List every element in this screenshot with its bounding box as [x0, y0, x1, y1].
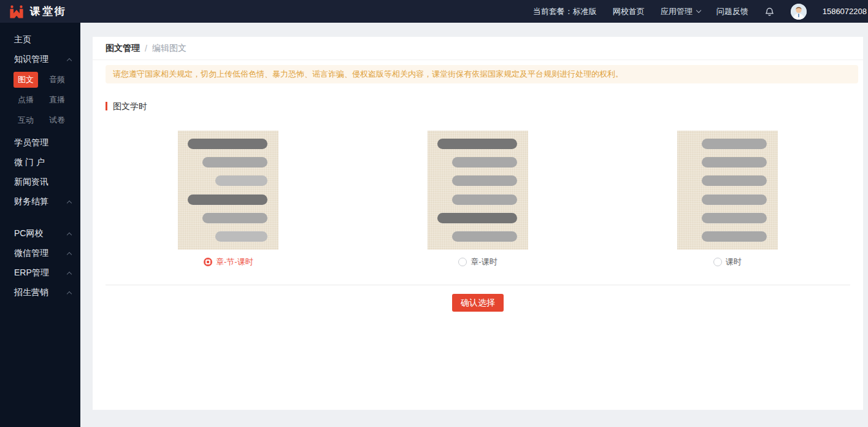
thumb-bar [702, 213, 767, 223]
thumb-bar [202, 157, 267, 167]
compliance-notice: 请您遵守国家相关规定，切勿上传低俗色情、暴力恐怖、谣言诈骗、侵权盗版等相关内容，… [106, 65, 858, 83]
chevron-up-icon [67, 58, 72, 63]
sidebar-submenu-row: 互动试卷 [0, 110, 80, 130]
sidebar-item-news[interactable]: 新闻资讯 [0, 172, 80, 192]
topbar-link-feedback[interactable]: 问题反馈 [716, 6, 748, 17]
breadcrumb-separator: / [145, 44, 147, 53]
chevron-up-icon [67, 232, 72, 237]
topbar-link-label: 网校首页 [613, 6, 645, 17]
topbar-link-school-home[interactable]: 网校首页 [613, 6, 645, 17]
sidebar-item-label: PC网校 [14, 228, 43, 239]
option-label-chapter-section-lesson[interactable]: 章-节-课时 [216, 256, 253, 267]
sidebar-spacer [0, 212, 80, 224]
topbar-link-label: 问题反馈 [716, 6, 748, 17]
option-choice-chapter-lesson[interactable]: 章-课时 [458, 257, 497, 267]
topbar-link-app-manage[interactable]: 应用管理 [661, 6, 701, 17]
sidebar-item-label: 知识管理 [14, 54, 48, 65]
chevron-up-icon [67, 252, 72, 256]
divider [106, 285, 850, 285]
confirm-button[interactable]: 确认选择 [452, 294, 504, 312]
thumb-bar [702, 157, 767, 167]
thumb-bar [452, 175, 517, 186]
sidebar-item-erp[interactable]: ERP管理 [0, 263, 80, 283]
breadcrumb-current: 编辑图文 [152, 43, 186, 54]
sidebar-item-label: 招生营销 [14, 287, 48, 298]
thumb-bar [702, 139, 767, 149]
thumb-bar [437, 213, 517, 223]
sidebar-item-micro-portal[interactable]: 微 门 户 [0, 153, 80, 172]
sidebar-item-label: 学员管理 [14, 137, 48, 148]
thumb-bar [437, 139, 517, 149]
thumb-bar [702, 175, 767, 186]
sidebar-item-wechat[interactable]: 微信管理 [0, 244, 80, 263]
sidebar-item-knowledge[interactable]: 知识管理 [0, 50, 80, 69]
sidebar-item-pc-school[interactable]: PC网校 [0, 224, 80, 244]
hours-options: 章-节-课时章-课时课时 [93, 131, 863, 267]
main-content: 图文管理 / 编辑图文 请您遵守国家相关规定，切勿上传低俗色情、暴力恐怖、谣言诈… [80, 23, 868, 427]
thumb-bar [215, 231, 267, 242]
thumb-bar [702, 194, 767, 205]
sidebar-item-label: 微 门 户 [14, 157, 45, 168]
topbar-link-label: 应用管理 [661, 6, 693, 17]
topbar-nav: 网校首页应用管理问题反馈 [613, 6, 748, 17]
sidebar-subitem-audio[interactable]: 音频 [45, 72, 69, 88]
thumb-bar [702, 231, 767, 242]
section-marker [106, 102, 107, 110]
section-title-text: 图文学时 [113, 102, 147, 110]
hours-option-lesson: 课时 [602, 131, 852, 267]
option-choice-chapter-section-lesson[interactable]: 章-节-课时 [204, 257, 253, 267]
notifications-bell-icon[interactable] [764, 6, 775, 17]
sidebar: 主页知识管理图文音频点播直播互动试卷学员管理微 门 户新闻资讯财务结算PC网校微… [0, 23, 80, 427]
current-plan-label: 当前套餐：标准版 [533, 6, 597, 17]
sidebar-item-label: 财务结算 [14, 196, 48, 207]
sidebar-subitem-interactive[interactable]: 互动 [13, 112, 38, 128]
thumb-bar [202, 213, 267, 223]
sidebar-submenu: 图文音频点播直播互动试卷 [0, 69, 80, 130]
section-title: 图文学时 [106, 102, 863, 110]
sidebar-item-students[interactable]: 学员管理 [0, 133, 80, 153]
sidebar-item-home[interactable]: 主页 [0, 30, 80, 50]
sidebar-item-label: 微信管理 [14, 248, 48, 259]
thumb-bar [452, 231, 517, 242]
hours-option-chapter-lesson: 章-课时 [353, 131, 603, 267]
user-phone[interactable]: 1586072208 [823, 7, 867, 16]
option-thumbnail-lesson[interactable] [677, 131, 778, 250]
sidebar-submenu-row: 图文音频 [0, 69, 80, 90]
ketangjie-logo-icon [9, 4, 25, 19]
sidebar-submenu-row: 点播直播 [0, 90, 80, 110]
thumb-bar [188, 139, 267, 149]
radio-chapter-lesson[interactable] [458, 258, 467, 266]
sidebar-subitem-exam[interactable]: 试卷 [45, 112, 69, 128]
sidebar-subitem-live[interactable]: 直播 [45, 92, 69, 108]
user-avatar[interactable] [791, 4, 807, 20]
sidebar-subitem-vod[interactable]: 点播 [13, 92, 38, 108]
option-thumbnail-chapter-section-lesson[interactable] [178, 131, 278, 250]
sidebar-item-label: 新闻资讯 [14, 177, 48, 188]
breadcrumb: 图文管理 / 编辑图文 [93, 37, 863, 60]
chevron-down-icon [696, 7, 701, 12]
thumb-bar [452, 157, 517, 167]
thumb-bar [452, 194, 517, 205]
breadcrumb-parent[interactable]: 图文管理 [106, 43, 140, 54]
option-label-chapter-lesson[interactable]: 章-课时 [470, 256, 497, 267]
sidebar-item-marketing[interactable]: 招生营销 [0, 283, 80, 302]
sidebar-item-label: 主页 [14, 34, 31, 45]
thumb-bar [188, 194, 267, 205]
logo-text: 课堂街 [30, 4, 67, 18]
option-choice-lesson[interactable]: 课时 [713, 257, 742, 267]
option-thumbnail-chapter-lesson[interactable] [428, 131, 528, 250]
option-label-lesson[interactable]: 课时 [726, 256, 742, 267]
topbar: 课堂街 当前套餐：标准版 网校首页应用管理问题反馈 1586072208 [0, 0, 868, 23]
radio-lesson[interactable] [713, 258, 722, 266]
sidebar-item-finance[interactable]: 财务结算 [0, 192, 80, 212]
chevron-up-icon [67, 271, 72, 276]
thumb-bar [215, 175, 267, 186]
chevron-up-icon [67, 291, 72, 296]
app-logo[interactable]: 课堂街 [9, 4, 67, 19]
sidebar-item-label: ERP管理 [14, 267, 49, 279]
content-panel: 图文管理 / 编辑图文 请您遵守国家相关规定，切勿上传低俗色情、暴力恐怖、谣言诈… [93, 37, 863, 410]
radio-chapter-section-lesson[interactable] [204, 258, 212, 266]
sidebar-subitem-image-text[interactable]: 图文 [13, 72, 38, 88]
chevron-up-icon [67, 200, 72, 205]
hours-option-chapter-section-lesson: 章-节-课时 [104, 131, 353, 267]
